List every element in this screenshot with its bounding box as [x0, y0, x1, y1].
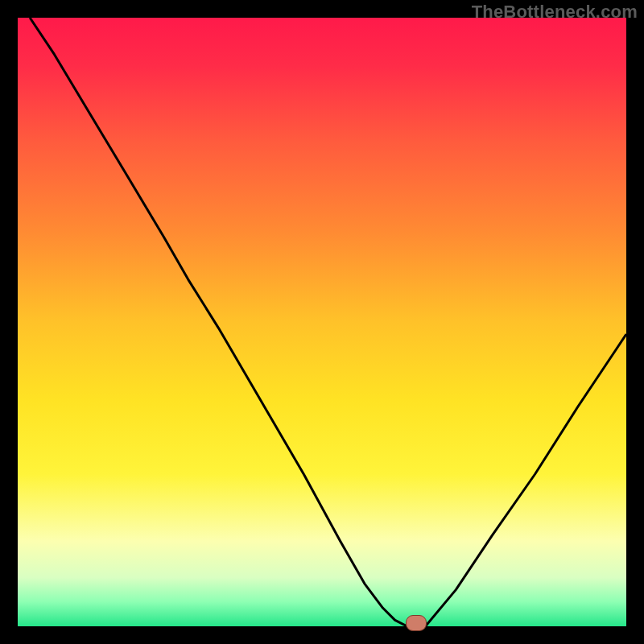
optimal-marker [406, 615, 427, 631]
chart-frame: TheBottleneck.com [0, 0, 644, 644]
gradient-background [18, 18, 626, 626]
plot-area [18, 18, 626, 626]
watermark-text: TheBottleneck.com [472, 2, 638, 23]
chart-svg [18, 18, 626, 626]
